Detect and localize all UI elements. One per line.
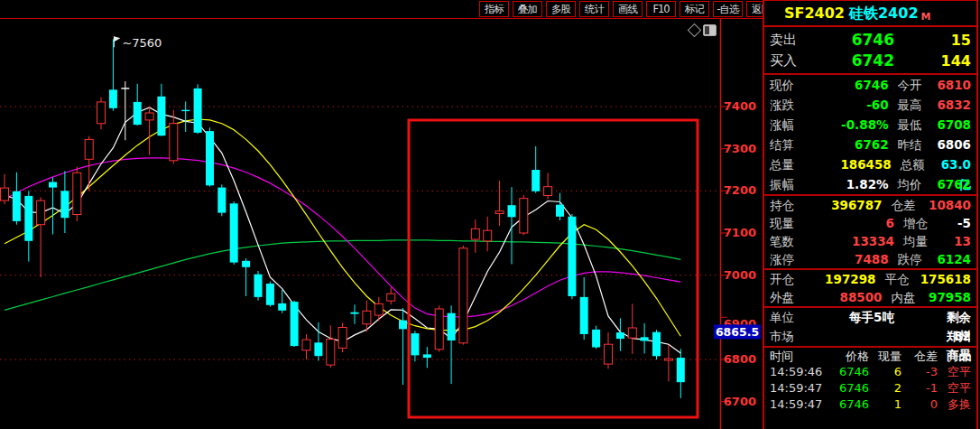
quote-label: 结算 [770, 135, 811, 154]
quote-value: 6124 [937, 250, 971, 268]
period-badge: M [921, 11, 931, 23]
quote-value: 剩余82天 [945, 308, 971, 327]
quote-value: 6762 [811, 135, 889, 154]
quote-value: 每手5吨 [813, 308, 894, 327]
menu-button[interactable]: 统计 [579, 1, 609, 17]
tape-row: 14:59:4767462-1空平 [770, 380, 971, 396]
quote-row: 涨幅-0.88%最低6708 [770, 115, 971, 135]
quote-value: -0.88% [811, 115, 889, 135]
quote-value: 10840 [929, 196, 971, 214]
quote-label: 总额 [901, 154, 941, 174]
quote-label: 内盘 [892, 288, 929, 306]
tape-cell: 6746 [829, 396, 869, 413]
gridlines [0, 107, 719, 359]
price-axis: 74007300720071007000690068006700 [720, 19, 756, 429]
quote-label: 今开 [898, 75, 938, 95]
svg-text:7200: 7200 [724, 183, 756, 197]
bid-size: 144 [894, 51, 971, 71]
quote-label: 市场 [770, 327, 813, 346]
quote-value: 13334 [813, 232, 894, 250]
quote-value: -60 [811, 95, 889, 115]
quote-panel: SF2402硅铁2402M 卖出 6746 15 买入 6742 144 现价6… [763, 0, 978, 429]
quote-row: 笔数13334均量13 [770, 232, 971, 250]
menu-button[interactable]: F10 [646, 1, 676, 17]
tape-row: 14:59:47674610多换 [770, 396, 971, 413]
svg-text:6865.5: 6865.5 [716, 325, 759, 339]
tape-header-cell: 时间 [770, 350, 829, 364]
tape-header-cell: 开平 [938, 350, 971, 364]
tape-rows: 14:59:4667466-3空平14:59:4767462-1空平14:59:… [770, 364, 971, 413]
highlight-box[interactable] [409, 120, 698, 417]
svg-text:6800: 6800 [724, 352, 756, 366]
tape-cell: 2 [869, 380, 901, 396]
quote-label: 仓差 [892, 196, 929, 214]
app-root: 指标叠加多股统计画线F10标记-自选返回 ~756074007300720071… [0, 0, 980, 429]
quote-label: 昨结 [898, 135, 938, 154]
tape-cell: 14:59:47 [770, 380, 829, 396]
tape-cell: 空平 [938, 364, 971, 380]
svg-text:~7560: ~7560 [122, 36, 162, 50]
quote-value: -5 [945, 214, 971, 232]
panel-toggle-icon[interactable] [703, 24, 717, 36]
tape-cell: -3 [901, 364, 938, 380]
symbol-name: 硅铁2402 [849, 5, 919, 22]
ask-price: 6746 [815, 30, 894, 51]
svg-text:7300: 7300 [724, 142, 756, 155]
quote-label: 开仓 [770, 270, 807, 288]
quote-value: 396787 [809, 196, 882, 214]
quote-label: 跌停 [898, 250, 938, 268]
bid-price: 6742 [815, 51, 894, 71]
quote-label: 单位 [770, 308, 813, 327]
menu-button[interactable]: 多股 [546, 1, 576, 17]
quote-group: 开仓197298平仓175618外盘88500内盘97958 [764, 270, 976, 308]
tape-header-cell: 价格 [829, 350, 869, 364]
tape-cell: -1 [901, 380, 938, 396]
menu-button[interactable]: 指标 [479, 1, 509, 17]
tape-row: 14:59:4667466-3空平 [770, 364, 971, 380]
quote-row: 涨跌-60最高6832 [770, 95, 971, 115]
symbol-title: SF2402硅铁2402M [764, 1, 976, 27]
quote-value: 6 [813, 214, 894, 232]
quote-label: 最低 [898, 115, 938, 135]
menu-button[interactable]: 标记 [680, 1, 709, 17]
quote-row: 振幅1.82%均价6762 [770, 174, 971, 194]
quote-value: 13 [945, 232, 971, 250]
quote-group: 单位每手5吨剩余82天市场郑州商品 [764, 308, 976, 348]
quote-value: 6810 [937, 75, 971, 95]
kline-chart-pane[interactable]: ~756074007300720071007000690068006700686… [0, 19, 763, 429]
quote-label: 持仓 [770, 196, 809, 214]
bid-row: 买入 6742 144 [770, 51, 971, 71]
quote-value: 97958 [929, 288, 971, 306]
quote-label: 均价 [898, 174, 938, 194]
kline-chart[interactable]: ~756074007300720071007000690068006700686… [0, 19, 763, 429]
quote-label: 最高 [898, 95, 938, 115]
quote-row: 持仓396787仓差10840 [770, 196, 971, 214]
quote-label: 振幅 [770, 174, 811, 194]
quote-value: 175618 [920, 270, 971, 288]
tape-cell: 0 [901, 396, 938, 413]
quote-value: 186458 [812, 154, 892, 174]
quote-label: 增仓 [903, 214, 945, 232]
quote-value: 197298 [807, 270, 876, 288]
quote-label [903, 308, 945, 327]
tape-cell: 14:59:46 [770, 364, 829, 380]
quote-label: 现量 [770, 214, 813, 232]
symbol-code: SF2402 [784, 5, 845, 22]
quote-label: 涨跌 [770, 95, 811, 115]
quote-stats: 现价6746今开6810涨跌-60最高6832涨幅-0.88%最低6708结算6… [764, 75, 976, 348]
tape-cell: 空平 [938, 380, 971, 396]
quote-value: 6832 [937, 95, 971, 115]
quote-label [903, 327, 945, 346]
quote-label: 现价 [770, 75, 811, 95]
menu-bar: 指标叠加多股统计画线F10标记-自选返回 [479, 1, 776, 17]
menu-button[interactable]: 画线 [613, 1, 643, 17]
tape-header-cell: 现量 [869, 350, 901, 364]
quote-label: 笔数 [770, 232, 813, 250]
quote-row: 现量6增仓-5 [770, 214, 971, 232]
quote-value: 7488 [811, 250, 889, 268]
menu-button[interactable]: -自选 [713, 1, 743, 17]
quote-row: 市场郑州商品 [770, 327, 971, 346]
quote-row: 现价6746今开6810 [770, 75, 971, 95]
menu-button[interactable]: 叠加 [513, 1, 542, 17]
bid-ask-block: 卖出 6746 15 买入 6742 144 [764, 27, 976, 75]
